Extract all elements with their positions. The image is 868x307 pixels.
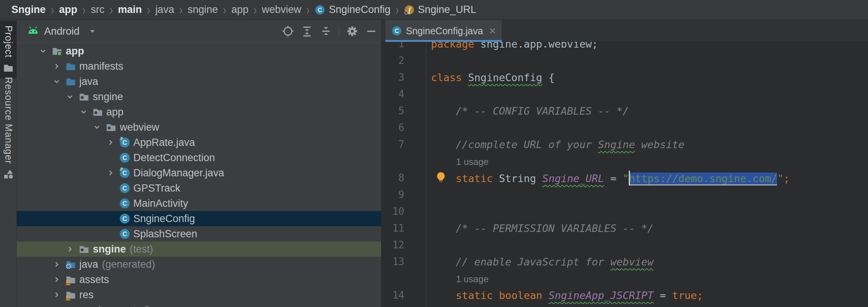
line-content[interactable]: //complete URL of your Sngine website	[426, 139, 868, 150]
line-content[interactable]: class SngineConfig {	[426, 72, 868, 83]
line-number[interactable]: 1	[382, 42, 426, 50]
breadcrumb-sngine-url[interactable]: fSngine_URL	[404, 4, 476, 16]
code-line-4[interactable]: 4	[382, 86, 868, 102]
line-number[interactable]: 12	[382, 239, 426, 251]
breadcrumb-main[interactable]: main	[118, 4, 142, 16]
tree-item-sngineconfig[interactable]: CSngineConfig	[17, 211, 381, 226]
line-number[interactable]: 2	[382, 55, 426, 66]
editor[interactable]: 1package sngine.app.webview;23class Sngi…	[382, 42, 868, 307]
module-folder-icon	[51, 45, 66, 57]
code-line-12[interactable]: 12	[382, 237, 868, 253]
chevron-right-icon[interactable]	[106, 138, 119, 147]
line-number[interactable]: 7	[382, 139, 426, 150]
line-number[interactable]: 11	[382, 222, 426, 234]
line-number[interactable]: 14	[382, 289, 426, 301]
tree-item-apprate-java[interactable]: CAppRate.java	[17, 135, 381, 150]
line-content[interactable]: 1 usage	[426, 273, 868, 285]
breadcrumb-sngine[interactable]: sngine	[188, 4, 218, 16]
chevron-down-icon[interactable]	[65, 92, 78, 101]
tree-item-dialogmanager-java[interactable]: CDialogManager.java	[17, 165, 381, 181]
code-line-7[interactable]: 7 //complete URL of your Sngine website	[382, 136, 868, 153]
line-number[interactable]: 4	[382, 88, 426, 100]
line-number[interactable]: 10	[382, 206, 426, 217]
chevron-down-icon[interactable]	[38, 46, 51, 56]
chevron-down-icon[interactable]	[79, 107, 92, 117]
chevron-right-icon[interactable]	[52, 260, 65, 269]
code-line-2[interactable]: 2	[382, 52, 868, 69]
tree-item-app[interactable]: app	[17, 43, 381, 59]
line-number[interactable]: 13	[382, 256, 426, 267]
usage-hint[interactable]: 1 usage	[456, 274, 488, 284]
code-line-5[interactable]: 5 /* -- CONFIG VARIABLES -- */	[382, 102, 868, 119]
tree-item-mainactivity[interactable]: CMainActivity	[17, 196, 381, 211]
chevron-right-icon[interactable]	[52, 62, 65, 71]
collapse-all-icon[interactable]	[319, 24, 333, 38]
tree-item-java[interactable]: java	[17, 74, 381, 89]
tree-item-gpstrack[interactable]: CGPSTrack	[17, 181, 381, 196]
breadcrumb-app[interactable]: app	[231, 4, 248, 16]
tree-item-res[interactable]: res	[17, 287, 381, 302]
line-content[interactable]: static boolean SngineApp_JSCRIPT = true;	[426, 289, 868, 301]
chevron-down-icon[interactable]	[52, 77, 65, 86]
tree-item-suffix: (generated)	[97, 304, 151, 307]
tree-item-app[interactable]: app	[17, 104, 381, 120]
chevron-down-icon[interactable]	[92, 123, 105, 132]
tool-button-resource-manager[interactable]: Resource Manager	[0, 84, 17, 173]
code-line-13[interactable]: 13 // enable JavaScript for webview	[382, 253, 868, 270]
usage-hint[interactable]: 1 usage	[456, 157, 488, 167]
chevron-right-icon[interactable]	[106, 168, 119, 177]
usage-hint-row[interactable]: 1 usage	[382, 153, 868, 169]
svg-text:C: C	[122, 139, 127, 146]
breadcrumb-webview[interactable]: webview	[262, 4, 302, 16]
tree-item-manifests[interactable]: manifests	[17, 59, 381, 74]
view-selector[interactable]: Android	[27, 26, 96, 37]
tree-item-java-generated[interactable]: java(generated)	[17, 257, 381, 272]
tree-item-splashscreen[interactable]: CSplashScreen	[17, 226, 381, 241]
line-content[interactable]: 1 usage	[426, 155, 868, 167]
code-line-1[interactable]: 1package sngine.app.webview;	[382, 42, 868, 52]
usage-hint-row[interactable]: 1 usage	[382, 270, 868, 287]
settings-icon[interactable]	[345, 24, 359, 38]
code-line-10[interactable]: 10	[382, 203, 868, 220]
line-number[interactable]: 9	[382, 189, 426, 200]
line-content[interactable]: // enable JavaScript for webview	[426, 256, 868, 268]
intention-bulb-icon[interactable]	[434, 171, 448, 185]
locate-icon[interactable]	[281, 24, 295, 38]
line-content[interactable]: package sngine.app.webview;	[426, 42, 868, 50]
project-folder-icon	[3, 62, 14, 74]
expand-all-icon[interactable]	[300, 24, 314, 38]
code-line-6[interactable]: 6	[382, 119, 868, 136]
code-area[interactable]: 1package sngine.app.webview;23class Sngi…	[382, 42, 868, 304]
chevron-right-icon[interactable]	[52, 305, 65, 307]
line-content[interactable]: static String Sngine_URL = "https://demo…	[426, 171, 868, 185]
chevron-right-icon[interactable]	[52, 290, 65, 299]
code-line-11[interactable]: 11 /* -- PERMISSION VARIABLES -- */	[382, 220, 868, 237]
line-number[interactable]: 8	[382, 172, 426, 184]
code-line-8[interactable]: 8 static String Sngine_URL = "https://de…	[382, 169, 868, 186]
line-content[interactable]: /* -- PERMISSION VARIABLES -- */	[426, 222, 868, 234]
line-number[interactable]: 3	[382, 72, 426, 83]
tree-item-webview[interactable]: webview	[17, 120, 381, 135]
tree-item-res-generated[interactable]: res(generated)	[17, 302, 381, 307]
line-number[interactable]: 5	[382, 105, 426, 117]
tree-item-detectconnection[interactable]: CDetectConnection	[17, 150, 381, 165]
line-content[interactable]: /* -- CONFIG VARIABLES -- */	[426, 105, 868, 117]
line-number[interactable]: 6	[382, 122, 426, 133]
chevron-right-icon[interactable]	[65, 245, 78, 254]
breadcrumb-app[interactable]: app	[59, 4, 77, 16]
tree-item-sngine-test[interactable]: sngine(test)	[17, 241, 381, 257]
code-line-14[interactable]: 14 static boolean SngineApp_JSCRIPT = tr…	[382, 287, 868, 304]
breadcrumb-sngineconfig[interactable]: CSngineConfig	[315, 4, 390, 16]
breadcrumb-java[interactable]: java	[155, 4, 174, 16]
code-line-9[interactable]: 9	[382, 186, 868, 203]
breadcrumb-sngine[interactable]: Sngine	[11, 4, 46, 16]
breadcrumb-src[interactable]: src	[91, 4, 105, 16]
chevron-right-icon[interactable]	[52, 275, 65, 284]
code-line-3[interactable]: 3class SngineConfig {	[382, 69, 868, 86]
tool-button-project[interactable]: Project	[0, 21, 17, 78]
tab-sngineconfig-java[interactable]: C SngineConfig.java ×	[385, 20, 502, 42]
tree-item-assets[interactable]: assets	[17, 272, 381, 287]
tree-item-sngine[interactable]: sngine	[17, 89, 381, 104]
close-icon[interactable]: ×	[489, 25, 496, 37]
hide-icon[interactable]	[364, 24, 378, 38]
